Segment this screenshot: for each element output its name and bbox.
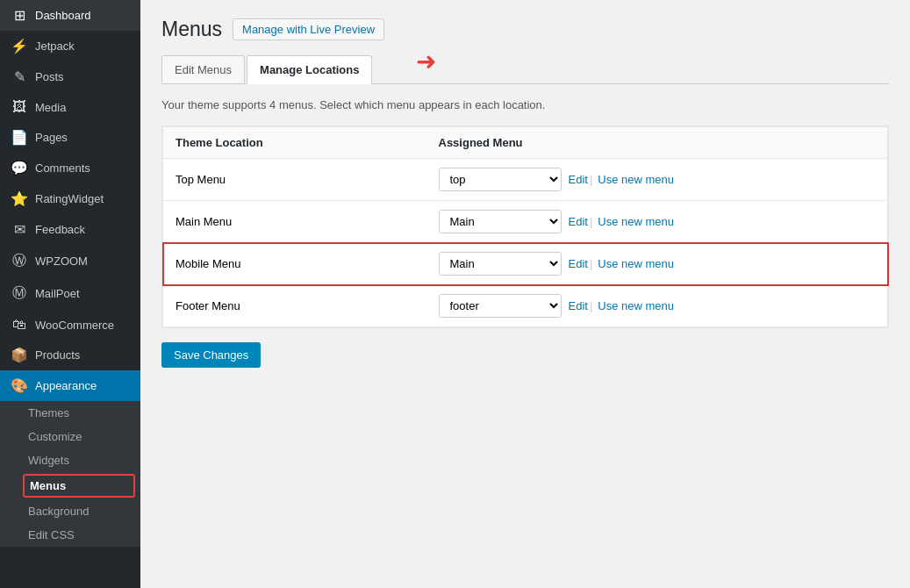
- arrow-annotation: ➜: [416, 48, 436, 77]
- sidebar-label-woocommerce: WooCommerce: [35, 319, 114, 332]
- edit-link-main-menu[interactable]: Edit: [569, 215, 588, 228]
- sidebar-item-dashboard[interactable]: ⊞Dashboard: [0, 0, 140, 31]
- use-new-menu-link-top-menu[interactable]: Use new menu: [598, 173, 674, 186]
- cell-menu-mobile-menu: topMainfooterEdit|Use new menu: [426, 243, 888, 285]
- sidebar-label-jetpack: Jetpack: [35, 39, 75, 53]
- sidebar-icon-ratingwidget: ⭐: [11, 190, 28, 207]
- pipe-footer-menu: |: [590, 299, 592, 312]
- pipe-main-menu: |: [590, 215, 592, 228]
- cell-location-mobile-menu: Mobile Menu: [163, 243, 426, 285]
- sidebar-icon-appearance: 🎨: [11, 377, 28, 394]
- sidebar-sub-item-customize[interactable]: Customize: [0, 425, 140, 448]
- live-preview-button[interactable]: Manage with Live Preview: [233, 18, 384, 40]
- sidebar-item-media[interactable]: 🖼Media: [0, 92, 140, 122]
- menu-select-top-menu[interactable]: topMainfooter: [439, 168, 562, 191]
- sidebar-sub-item-widgets[interactable]: Widgets: [0, 448, 140, 472]
- cell-location-top-menu: Top Menu: [163, 159, 426, 201]
- cell-menu-top-menu: topMainfooterEdit|Use new menu: [426, 159, 888, 201]
- sidebar-item-products[interactable]: 📦Products: [0, 340, 140, 370]
- table-row-top-menu: Top MenutopMainfooterEdit|Use new menu: [163, 159, 888, 201]
- menu-select-footer-menu[interactable]: topMainfooter: [439, 294, 562, 318]
- sidebar-item-comments[interactable]: 💬Comments: [0, 153, 140, 183]
- use-new-menu-link-footer-menu[interactable]: Use new menu: [598, 299, 674, 312]
- sidebar-icon-posts: ✎: [11, 68, 28, 85]
- sidebar-icon-mailpoet: Ⓜ: [11, 284, 28, 303]
- locations-table: Theme Location Assigned Menu Top Menutop…: [162, 126, 888, 327]
- sidebar-sub-item-themes[interactable]: Themes: [0, 401, 140, 425]
- sidebar-icon-comments: 💬: [11, 160, 28, 176]
- sidebar-icon-products: 📦: [11, 347, 28, 363]
- sidebar-label-dashboard: Dashboard: [35, 9, 91, 22]
- sidebar-label-pages: Pages: [35, 131, 68, 144]
- sidebar-item-posts[interactable]: ✎Posts: [0, 61, 140, 92]
- pipe-mobile-menu: |: [590, 257, 592, 270]
- use-new-menu-link-main-menu[interactable]: Use new menu: [598, 215, 674, 228]
- sidebar-icon-feedback: ✉: [11, 221, 28, 238]
- edit-link-mobile-menu[interactable]: Edit: [569, 257, 588, 270]
- description-text: Your theme supports 4 menus. Select whic…: [161, 98, 889, 111]
- cell-location-main-menu: Main Menu: [163, 201, 426, 243]
- save-changes-button[interactable]: Save Changes: [161, 342, 261, 368]
- sidebar-item-wpzoom[interactable]: ⓌWPZOOM: [0, 245, 140, 277]
- edit-link-top-menu[interactable]: Edit: [569, 173, 588, 186]
- sidebar-icon-media: 🖼: [11, 99, 28, 115]
- tab-edit-menus[interactable]: Edit Menus: [161, 55, 245, 83]
- col-theme-location: Theme Location: [163, 127, 426, 159]
- menu-select-mobile-menu[interactable]: topMainfooter: [439, 252, 562, 276]
- sidebar-icon-wpzoom: Ⓦ: [11, 252, 28, 270]
- sidebar-icon-jetpack: ⚡: [11, 38, 28, 54]
- sidebar-item-jetpack[interactable]: ⚡Jetpack: [0, 31, 140, 61]
- col-assigned-menu: Assigned Menu: [426, 127, 888, 159]
- sidebar-item-woocommerce[interactable]: 🛍WooCommerce: [0, 310, 140, 340]
- sidebar-label-wpzoom: WPZOOM: [35, 255, 88, 268]
- sidebar-icon-pages: 📄: [11, 129, 28, 146]
- sidebar-label-feedback: Feedback: [35, 223, 85, 236]
- use-new-menu-link-mobile-menu[interactable]: Use new menu: [598, 257, 674, 270]
- sidebar-label-appearance: Appearance: [35, 379, 97, 392]
- sidebar-sub-item-background[interactable]: Background: [0, 499, 140, 523]
- sidebar-label-media: Media: [35, 101, 66, 114]
- sidebar-item-pages[interactable]: 📄Pages: [0, 122, 140, 153]
- edit-link-footer-menu[interactable]: Edit: [569, 299, 588, 312]
- locations-table-wrapper: Theme Location Assigned Menu Top Menutop…: [161, 125, 889, 328]
- cell-menu-footer-menu: topMainfooterEdit|Use new menu: [426, 285, 888, 327]
- sidebar-item-feedback[interactable]: ✉Feedback: [0, 214, 140, 245]
- cell-location-footer-menu: Footer Menu: [163, 285, 426, 327]
- sidebar-label-products: Products: [35, 348, 80, 362]
- table-row-footer-menu: Footer MenutopMainfooterEdit|Use new men…: [163, 285, 888, 327]
- page-header: Menus Manage with Live Preview: [161, 18, 889, 41]
- cell-menu-main-menu: topMainfooterEdit|Use new menu: [426, 201, 888, 243]
- sidebar-sub-item-menus[interactable]: Menus: [23, 474, 135, 498]
- sidebar-icon-dashboard: ⊞: [11, 7, 28, 24]
- sidebar-label-comments: Comments: [35, 161, 90, 175]
- main-content: Menus Manage with Live Preview Edit Menu…: [140, 0, 910, 588]
- table-row-mobile-menu: Mobile MenutopMainfooterEdit|Use new men…: [163, 243, 888, 285]
- sidebar-sub-item-edit-css[interactable]: Edit CSS: [0, 523, 140, 547]
- sidebar-icon-woocommerce: 🛍: [11, 317, 28, 333]
- pipe-top-menu: |: [590, 173, 592, 186]
- page-title: Menus: [161, 18, 222, 41]
- sidebar-label-posts: Posts: [35, 70, 64, 83]
- sidebar-submenu: ThemesCustomizeWidgetsMenusBackgroundEdi…: [0, 401, 140, 547]
- table-row-main-menu: Main MenutopMainfooterEdit|Use new menu: [163, 201, 888, 243]
- sidebar: ⊞Dashboard⚡Jetpack✎Posts🖼Media📄Pages💬Com…: [0, 0, 140, 588]
- sidebar-item-appearance[interactable]: 🎨Appearance: [0, 370, 140, 401]
- sidebar-label-ratingwidget: RatingWidget: [35, 192, 104, 205]
- menu-select-main-menu[interactable]: topMainfooter: [439, 210, 562, 233]
- sidebar-item-mailpoet[interactable]: ⓂMailPoet: [0, 277, 140, 310]
- tabs-bar: Edit Menus Manage Locations ➜: [161, 55, 889, 84]
- tab-manage-locations[interactable]: Manage Locations: [247, 55, 372, 84]
- sidebar-item-ratingwidget[interactable]: ⭐RatingWidget: [0, 183, 140, 214]
- sidebar-label-mailpoet: MailPoet: [35, 287, 80, 300]
